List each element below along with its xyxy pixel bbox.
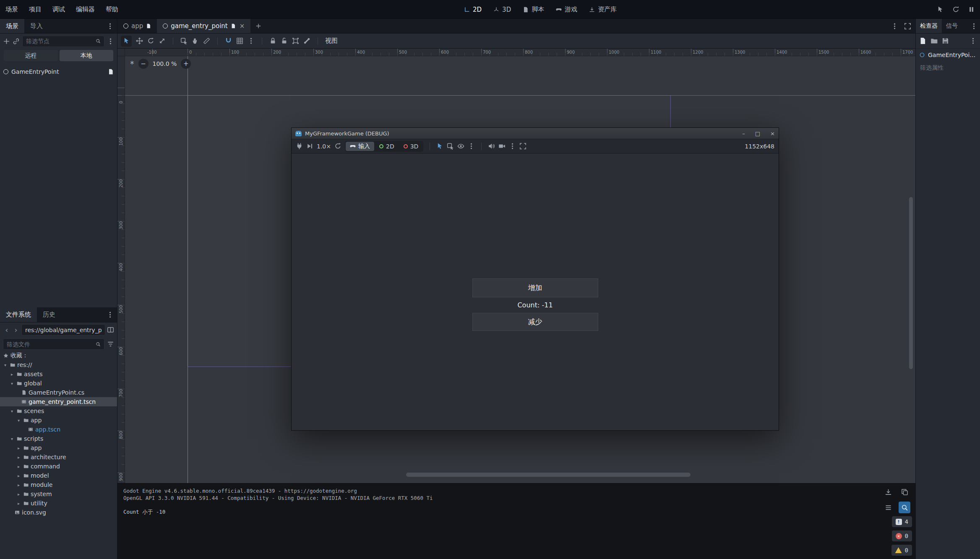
horizontal-scrollbar[interactable] [125, 472, 909, 477]
sort-icon[interactable] [107, 341, 114, 348]
workspace-3d[interactable]: 3D [493, 6, 511, 13]
mode-3d-button[interactable]: 3D [399, 142, 423, 151]
tree-item-gameentrypoint-cs[interactable]: GameEntryPoint.cs [0, 388, 117, 397]
scene-tab-app[interactable]: app [117, 19, 157, 33]
expand-arrow-icon[interactable]: ▸ [16, 501, 21, 506]
tree-item-res[interactable]: ▾ res:// [0, 360, 117, 369]
more-icon[interactable] [107, 23, 114, 30]
increase-button[interactable]: 增加 [472, 278, 598, 297]
expand-arrow-icon[interactable]: ▸ [16, 473, 21, 478]
view-center-icon[interactable]: * [130, 59, 134, 68]
tree-item-game-entry-point-tscn[interactable]: game_entry_point.tscn [0, 397, 117, 406]
messages-badge[interactable]: !4 [892, 516, 912, 527]
local-button[interactable]: 本地 [60, 50, 114, 61]
ruler-icon[interactable] [203, 37, 210, 44]
script-icon[interactable] [146, 23, 151, 29]
path-input[interactable] [25, 327, 102, 333]
expand-arrow-icon[interactable]: ▸ [9, 372, 15, 377]
move-tool-icon[interactable] [136, 37, 143, 44]
tree-item-scripts-app[interactable]: ▸ app [0, 443, 117, 452]
tree-item-architecture[interactable]: ▸ architecture [0, 452, 117, 462]
expand-arrow-icon[interactable]: ▸ [16, 446, 21, 450]
warnings-badge[interactable]: 0 [891, 545, 912, 556]
menu-help[interactable]: 帮助 [100, 5, 124, 13]
remote-button[interactable]: 远程 [4, 50, 58, 61]
scene-tree-root-node[interactable]: GameEntryPoint [0, 66, 117, 77]
tree-item-system[interactable]: ▸ system [0, 489, 117, 499]
copy-icon[interactable] [899, 486, 910, 498]
fullscreen-icon[interactable] [519, 143, 526, 150]
expand-arrow-icon[interactable]: ▸ [16, 455, 21, 460]
tree-item-scripts[interactable]: ▾ scripts [0, 434, 117, 443]
snap-options-icon[interactable] [248, 37, 255, 44]
back-icon[interactable]: ‹ [3, 326, 10, 334]
more-icon[interactable] [970, 37, 977, 44]
speaker-icon[interactable] [488, 143, 495, 150]
close-tab-icon[interactable]: × [240, 22, 245, 30]
grid-snap-icon[interactable] [236, 37, 243, 44]
tree-item-app-tscn[interactable]: app.tscn [0, 425, 117, 434]
filter-nodes-field[interactable] [22, 36, 104, 47]
expand-arrow-icon[interactable]: ▸ [16, 464, 21, 469]
game-window-titlebar[interactable]: MyGFrameworkGame (DEBUG) – □ × [292, 128, 779, 139]
split-dock-icon[interactable] [107, 326, 114, 333]
tab-history[interactable]: 历史 [37, 307, 61, 322]
tab-filesystem[interactable]: 文件系统 [0, 307, 37, 322]
group-icon[interactable] [292, 37, 299, 44]
workspace-assetlib[interactable]: 资产库 [589, 5, 617, 13]
close-icon[interactable]: × [770, 130, 775, 137]
save-log-icon[interactable] [882, 486, 894, 498]
more-icon[interactable] [107, 311, 114, 318]
zoom-in-button[interactable]: + [181, 59, 191, 69]
eye-icon[interactable] [457, 143, 464, 150]
tab-inspector[interactable]: 检查器 [916, 19, 942, 33]
tree-item-command[interactable]: ▸ command [0, 462, 117, 471]
workspace-game[interactable]: 游戏 [556, 5, 577, 13]
menu-editor[interactable]: 编辑器 [70, 5, 100, 13]
filter-properties-field[interactable] [916, 61, 980, 74]
filter-files-field[interactable] [3, 338, 104, 350]
new-scene-tab-button[interactable] [255, 23, 261, 29]
tab-import-dock[interactable]: 导入 [24, 19, 49, 33]
smart-snap-icon[interactable] [225, 37, 232, 44]
zoom-level[interactable]: 100.0 % [153, 60, 177, 67]
tree-item-icon-svg[interactable]: icon.svg [0, 508, 117, 517]
tab-scene-dock[interactable]: 场景 [0, 19, 24, 33]
tab-signals[interactable]: 信号 [942, 19, 962, 33]
decrease-button[interactable]: 减少 [472, 313, 598, 331]
input-mode-button[interactable]: 输入 [346, 142, 374, 151]
script-icon[interactable] [231, 23, 236, 29]
unlock-icon[interactable] [281, 37, 288, 44]
more-icon[interactable] [468, 143, 475, 150]
instance-scene-icon[interactable] [13, 38, 20, 45]
speed-label[interactable]: 1.0× [317, 143, 331, 150]
filter-nodes-input[interactable] [26, 38, 93, 44]
tree-item-scenes[interactable]: ▾ scenes [0, 406, 117, 416]
collapse-icon[interactable]: ▾ [9, 437, 15, 441]
more-icon[interactable] [107, 38, 114, 45]
menu-scene[interactable]: 场景 [0, 5, 23, 13]
errors-badge[interactable]: ×0 [892, 530, 912, 541]
list-select-icon[interactable] [447, 143, 454, 150]
tree-item-global[interactable]: ▾ global [0, 379, 117, 388]
rotate-tool-icon[interactable] [147, 37, 154, 44]
workspace-2d[interactable]: 2D [464, 6, 482, 13]
collapse-icon[interactable]: ▾ [16, 418, 21, 423]
expand-arrow-icon[interactable]: ▸ [16, 483, 21, 487]
debug-plug-icon[interactable] [296, 143, 303, 150]
next-frame-icon[interactable] [306, 143, 313, 150]
refresh-icon[interactable] [952, 6, 959, 13]
camera-icon[interactable] [498, 143, 506, 150]
more-icon[interactable] [970, 23, 977, 30]
collapse-icon[interactable]: ▾ [3, 363, 8, 367]
save-resource-icon[interactable] [942, 37, 949, 44]
tree-item-favorites[interactable]: 收藏： [0, 351, 117, 360]
pointer-icon[interactable] [937, 6, 944, 13]
select-mode-icon[interactable] [436, 143, 443, 150]
select-tool-button[interactable] [121, 36, 132, 47]
add-node-icon[interactable] [3, 38, 10, 45]
view-menu[interactable]: 视图 [325, 37, 338, 45]
vertical-scrollbar[interactable] [909, 56, 913, 477]
new-resource-icon[interactable] [919, 37, 926, 44]
menu-debug[interactable]: 调试 [47, 5, 70, 13]
